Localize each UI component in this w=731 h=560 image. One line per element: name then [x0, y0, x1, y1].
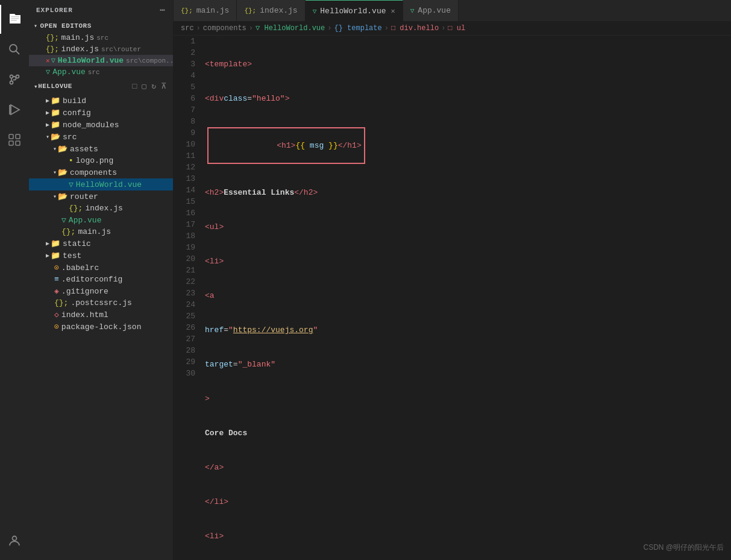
- js-icon: {};: [46, 34, 59, 42]
- folder-icon: 📂: [58, 192, 67, 201]
- file-gitignore[interactable]: ◈ .gitignore: [29, 285, 173, 297]
- expanded-arrow: ▾: [53, 193, 57, 200]
- file-package-lock[interactable]: ⊙ package-lock.json: [29, 321, 173, 333]
- file-label: main.js: [78, 227, 111, 236]
- refresh-icon[interactable]: ↻: [150, 80, 157, 92]
- config-icon: ≡: [54, 275, 59, 284]
- code-line-11: Core Docs: [205, 427, 731, 439]
- new-file-icon[interactable]: □: [131, 81, 139, 92]
- run-icon[interactable]: [0, 95, 29, 124]
- open-editor-indexjs[interactable]: {}; index.js src\router: [29, 43, 173, 55]
- tab-label: App.vue: [418, 6, 451, 15]
- folder-src[interactable]: ▾ 📂 src: [29, 131, 173, 143]
- path: src: [96, 34, 108, 42]
- folder-icon: 📁: [51, 108, 60, 118]
- open-editor-appvue[interactable]: ▽ App.vue src: [29, 66, 173, 78]
- folder-test[interactable]: ▶ 📁 test: [29, 250, 173, 262]
- file-index-js-router[interactable]: {}; index.js: [29, 203, 173, 214]
- png-icon: ▪: [69, 156, 74, 165]
- folder-label: static: [63, 239, 91, 248]
- folder-static[interactable]: ▶ 📁 static: [29, 238, 173, 250]
- collapsed-arrow: ▶: [46, 97, 49, 104]
- tab-label: index.js: [260, 6, 297, 15]
- folder-build[interactable]: ▶ 📁 build: [29, 95, 173, 107]
- path: src\compon...: [126, 57, 174, 64]
- sidebar: EXPLORER ⋯ ▾ OPEN EDITORS {}; main.js sr…: [29, 0, 174, 560]
- tab-mainjs[interactable]: {}; main.js: [174, 0, 237, 21]
- svg-rect-1: [11, 18, 19, 19]
- svg-rect-2: [11, 20, 17, 21]
- files-icon[interactable]: [0, 5, 29, 34]
- code-lines[interactable]: <template> <div class="hello"> <h1>{{ ms…: [200, 36, 731, 560]
- file-label: logo.png: [76, 156, 113, 165]
- bc-sep1: ›: [196, 24, 201, 33]
- file-logo-png[interactable]: ▪ logo.png: [29, 155, 173, 166]
- open-editor-mainjs[interactable]: {}; main.js src: [29, 32, 173, 43]
- file-index-html[interactable]: ◇ index.html: [29, 309, 173, 321]
- file-helloworld-vue[interactable]: ▽ HelloWorld.vue: [29, 178, 173, 190]
- tab-label: HelloWorld.vue: [320, 7, 386, 16]
- code-line-8: href="https://vuejs.org": [205, 324, 731, 336]
- bc-sep2: ›: [249, 24, 253, 33]
- postcss-icon: {};: [54, 298, 68, 307]
- open-editors-section[interactable]: ▾ OPEN EDITORS: [29, 20, 173, 32]
- folder-label: node_modules: [63, 121, 119, 130]
- hellovue-section-header[interactable]: ▾ HELLOVUE □ ▢ ↻ ⊼: [29, 78, 173, 95]
- source-control-icon[interactable]: [0, 65, 29, 94]
- file-label: .babelrc: [61, 263, 99, 272]
- svg-rect-10: [9, 134, 13, 139]
- collapse-icon[interactable]: ⊼: [160, 80, 168, 92]
- folder-node-modules[interactable]: ▶ 📁 node_modules: [29, 119, 173, 131]
- collapsed-arrow: ▶: [46, 121, 49, 128]
- open-editor-helloworld[interactable]: ✕ ▽ HelloWorld.vue src\compon...: [29, 55, 173, 66]
- expanded-arrow: ▾: [53, 169, 57, 176]
- folder-components[interactable]: ▾ 📂 components: [29, 166, 173, 178]
- expanded-arrow: ▾: [53, 145, 57, 153]
- filename: main.js: [61, 33, 95, 42]
- file-label: App.vue: [69, 216, 102, 225]
- tab-appvue[interactable]: ▽ App.vue: [403, 0, 459, 21]
- code-line-7: <a: [205, 290, 731, 301]
- file-postcssrc[interactable]: {}; .postcssrc.js: [29, 297, 173, 309]
- tab-close-btn[interactable]: ✕: [391, 7, 395, 16]
- tab-indexjs[interactable]: {}; index.js: [237, 0, 305, 21]
- bc-sep4: ›: [384, 24, 389, 33]
- tab-helloworld[interactable]: ▽ HelloWorld.vue ✕: [306, 0, 403, 21]
- folder-assets[interactable]: ▾ 📂 assets: [29, 143, 173, 155]
- open-editors-arrow: ▾: [34, 22, 38, 30]
- folder-label: test: [63, 251, 81, 260]
- filename: App.vue: [52, 68, 86, 77]
- file-editorconfig[interactable]: ≡ .editorconfig: [29, 274, 173, 285]
- vue-icon: ▽: [46, 68, 50, 77]
- folder-icon: 📁: [51, 251, 60, 260]
- folder-label: build: [63, 96, 86, 105]
- js-tab-icon: {};: [181, 7, 193, 14]
- code-line-10: >: [205, 393, 731, 404]
- vue-icon: ▽: [61, 215, 66, 225]
- new-folder-icon[interactable]: ▢: [140, 80, 148, 92]
- accounts-icon[interactable]: [0, 526, 29, 555]
- bc-helloworld: ▽ HelloWorld.vue: [256, 24, 325, 33]
- open-editors-title: OPEN EDITORS: [40, 22, 92, 30]
- editor-area: {}; main.js {}; index.js ▽ HelloWorld.vu…: [174, 0, 731, 560]
- code-line-14: <li>: [205, 530, 731, 542]
- code-container[interactable]: 1 2 3 4 5 6 7 8 9 10 11 12 13 14 15 16 1…: [174, 36, 731, 560]
- bc-divhello: □ div.hello: [391, 24, 439, 33]
- file-app-vue[interactable]: ▽ App.vue: [29, 214, 173, 226]
- folder-config[interactable]: ▶ 📁 config: [29, 107, 173, 119]
- folder-router[interactable]: ▾ 📂 router: [29, 190, 173, 203]
- folder-label: components: [70, 168, 117, 177]
- folder-icon: 📁: [51, 120, 60, 130]
- file-main-js[interactable]: {}; main.js: [29, 226, 173, 238]
- vue-tab-icon: ▽: [313, 7, 317, 15]
- hellovue-actions: □ ▢ ↻ ⊼: [131, 80, 168, 92]
- search-icon[interactable]: [0, 35, 29, 64]
- file-babelrc[interactable]: ⊙ .babelrc: [29, 262, 173, 274]
- filename: index.js: [61, 45, 99, 54]
- vue-tab-icon: ▽: [410, 7, 415, 14]
- extensions-icon[interactable]: [0, 125, 29, 154]
- collapsed-arrow: ▶: [46, 252, 49, 259]
- explorer-title: EXPLORER: [36, 7, 73, 14]
- folder-label: router: [70, 192, 98, 201]
- more-actions-icon[interactable]: ⋯: [160, 5, 166, 15]
